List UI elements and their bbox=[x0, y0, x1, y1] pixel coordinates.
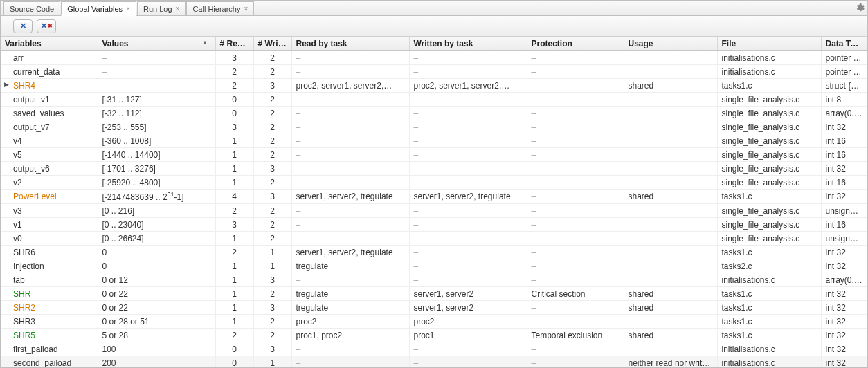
filter-button[interactable]: ✕ bbox=[13, 19, 33, 33]
cell-written-by: – bbox=[409, 273, 527, 287]
cell-variable: second_paiload bbox=[1, 356, 98, 368]
cell-writes: 2 bbox=[253, 51, 291, 65]
cell-protection: – bbox=[527, 301, 624, 315]
cell-dtype: int 16 bbox=[821, 176, 867, 190]
cell-reads: 2 bbox=[215, 79, 253, 93]
cell-values: 100 bbox=[98, 342, 215, 356]
cell-values: 0 or 28 or 51 bbox=[98, 315, 215, 329]
table-row[interactable]: output_v6[-1701 .. 3276]13–––single_file… bbox=[1, 162, 867, 176]
table-row[interactable]: v4[-360 .. 1008]12–––single_file_analysi… bbox=[1, 134, 867, 148]
clear-filter-button[interactable]: ✕✖ bbox=[37, 19, 56, 33]
cell-written-by: – bbox=[409, 259, 527, 273]
cell-protection: – bbox=[527, 246, 624, 259]
cell-file: initialisations.c bbox=[717, 65, 821, 79]
table-row[interactable]: saved_values[-32 .. 112]02–––single_file… bbox=[1, 107, 867, 120]
col-variables[interactable]: Variables bbox=[1, 37, 98, 51]
cell-reads: 0 bbox=[215, 93, 253, 107]
panel-options-gear-icon[interactable] bbox=[855, 3, 865, 12]
variable-name: v5 bbox=[13, 150, 22, 160]
table-row[interactable]: v3[0 .. 216]22–––single_file_analysis.cu… bbox=[1, 204, 867, 218]
table-row[interactable]: SHR0 or 2212tregulateserver1, server2Cri… bbox=[1, 287, 867, 301]
cell-writes: 2 bbox=[253, 120, 291, 134]
cell-dtype: struct {A: int 32, B: int 32} bbox=[821, 79, 867, 93]
variable-name: SHR6 bbox=[13, 248, 35, 257]
cell-protection: Critical section bbox=[527, 287, 624, 301]
table-row[interactable]: tab0 or 1213–––initialisations.carray(0.… bbox=[1, 273, 867, 287]
table-header-row: Variables Values ▲ # Reads # Writes Read… bbox=[1, 37, 867, 51]
col-file[interactable]: File bbox=[717, 37, 821, 51]
table-row[interactable]: PowerLevel[-2147483639 .. 231-1]43server… bbox=[1, 190, 867, 204]
cell-read-by: – bbox=[291, 120, 409, 134]
table-row[interactable]: v2[-25920 .. 4800]12–––single_file_analy… bbox=[1, 176, 867, 190]
tab-global-variables[interactable]: Global Variables× bbox=[61, 1, 136, 16]
table-row[interactable]: SHR6021server1, server2, tregulate––task… bbox=[1, 246, 867, 259]
cell-variable: tab bbox=[1, 273, 98, 287]
table-row[interactable]: v1[0 .. 23040]32–––single_file_analysis.… bbox=[1, 218, 867, 232]
cell-dtype: int 16 bbox=[821, 148, 867, 162]
tab-call-hierarchy[interactable]: Call Hierarchy× bbox=[186, 1, 254, 15]
table-row[interactable]: SHR20 or 2213tregulateserver1, server2–s… bbox=[1, 301, 867, 315]
col-values[interactable]: Values ▲ bbox=[98, 37, 215, 51]
cell-values: 0 or 22 bbox=[98, 301, 215, 315]
expand-icon[interactable]: ▶ bbox=[4, 81, 9, 88]
cell-protection: – bbox=[527, 93, 624, 107]
close-icon[interactable]: × bbox=[176, 6, 180, 12]
cell-writes: 2 bbox=[253, 232, 291, 246]
col-reads[interactable]: # Reads bbox=[215, 37, 253, 51]
cell-writes: 2 bbox=[253, 218, 291, 232]
col-read-by[interactable]: Read by task bbox=[291, 37, 409, 51]
col-writes[interactable]: # Writes bbox=[253, 37, 291, 51]
cell-reads: 1 bbox=[215, 287, 253, 301]
table-row[interactable]: v5[-1440 .. 14400]12–––single_file_analy… bbox=[1, 148, 867, 162]
cell-dtype: unsigned int 8 bbox=[821, 204, 867, 218]
cell-dtype: int 32 bbox=[821, 162, 867, 176]
cell-protection: Temporal exclusion bbox=[527, 329, 624, 342]
table-row[interactable]: arr–32–––initialisations.cpointer to int… bbox=[1, 51, 867, 65]
tab-run-log[interactable]: Run Log× bbox=[137, 1, 186, 15]
tab-label: Source Code bbox=[10, 5, 54, 13]
cell-writes: 2 bbox=[253, 287, 291, 301]
cell-protection: – bbox=[527, 232, 624, 246]
col-written-by[interactable]: Written by task bbox=[409, 37, 527, 51]
col-data-type[interactable]: Data Type bbox=[821, 37, 867, 51]
close-icon[interactable]: × bbox=[126, 6, 130, 12]
cell-variable: v2 bbox=[1, 176, 98, 190]
table-row[interactable]: Injection011tregulate––tasks2.cint 32 bbox=[1, 259, 867, 273]
table-row[interactable]: SHR55 or 2822proc1, proc2proc1Temporal e… bbox=[1, 329, 867, 342]
table-row[interactable]: output_v7[-253 .. 555]32–––single_file_a… bbox=[1, 120, 867, 134]
cell-file: single_file_analysis.c bbox=[717, 218, 821, 232]
cell-variable: ▶SHR4 bbox=[1, 79, 98, 93]
variable-name: v3 bbox=[13, 206, 22, 216]
cell-reads: 3 bbox=[215, 218, 253, 232]
cell-reads: 4 bbox=[215, 190, 253, 204]
cell-variable: SHR bbox=[1, 287, 98, 301]
table-row[interactable]: ▶SHR4–23proc2, server1, server2,…proc2, … bbox=[1, 79, 867, 93]
table-row[interactable]: second_paiload20001–––neither read nor w… bbox=[1, 356, 867, 368]
cell-usage: shared bbox=[624, 287, 717, 301]
variable-name: v2 bbox=[13, 178, 22, 187]
variable-name: v4 bbox=[13, 136, 22, 146]
close-icon[interactable]: × bbox=[244, 6, 248, 12]
table-row[interactable]: output_v1[-31 .. 127]02–––single_file_an… bbox=[1, 93, 867, 107]
tab-source-code[interactable]: Source Code bbox=[3, 1, 60, 15]
col-usage[interactable]: Usage bbox=[624, 37, 717, 51]
table-row[interactable]: v0[0 .. 26624]12–––single_file_analysis.… bbox=[1, 232, 867, 246]
variable-name: Injection bbox=[13, 261, 44, 271]
variable-name: v1 bbox=[13, 220, 22, 230]
cell-writes: 1 bbox=[253, 246, 291, 259]
cell-usage bbox=[624, 246, 717, 259]
table-row[interactable]: current_data–22–––initialisations.cpoint… bbox=[1, 65, 867, 79]
variables-table-scroll[interactable]: Variables Values ▲ # Reads # Writes Read… bbox=[1, 37, 867, 367]
variable-name: output_v6 bbox=[13, 164, 50, 174]
cell-protection: – bbox=[527, 65, 624, 79]
cell-values: 200 bbox=[98, 356, 215, 368]
cell-protection: – bbox=[527, 79, 624, 93]
table-row[interactable]: first_paiload10003–––initialisations.cin… bbox=[1, 342, 867, 356]
cell-usage: shared bbox=[624, 190, 717, 204]
cell-reads: 1 bbox=[215, 315, 253, 329]
col-protection[interactable]: Protection bbox=[527, 37, 624, 51]
cell-read-by: tregulate bbox=[291, 301, 409, 315]
cell-usage bbox=[624, 134, 717, 148]
cell-file: tasks1.c bbox=[717, 246, 821, 259]
table-row[interactable]: SHR30 or 28 or 5112proc2proc2–tasks1.cin… bbox=[1, 315, 867, 329]
